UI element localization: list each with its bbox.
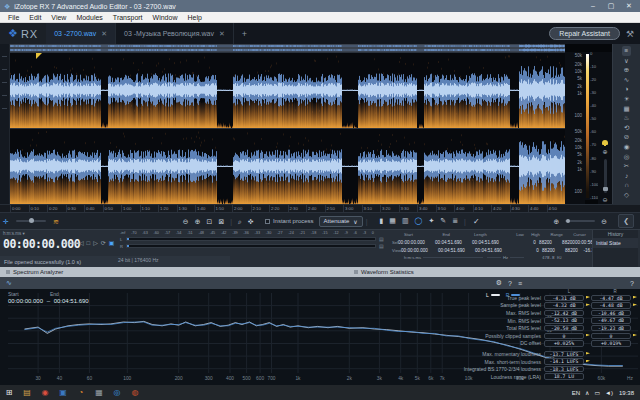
hzoom-slider[interactable]: [565, 220, 595, 222]
rx-module-icon[interactable]: ✂: [624, 161, 629, 171]
warning-flag-icon: [585, 352, 591, 356]
tab-close-icon[interactable]: ✕: [101, 30, 107, 38]
meter-options-icon[interactable]: ▤: [379, 243, 384, 249]
taskbar-app-icon[interactable]: ▤: [18, 385, 36, 400]
rx-module-icon[interactable]: ◑: [625, 84, 629, 94]
menu-item[interactable]: Window: [148, 14, 183, 21]
zoom-icon[interactable]: ⊡: [204, 218, 216, 225]
alert-bell-icon[interactable]: [602, 140, 608, 145]
zoom-icon[interactable]: ⊕: [192, 218, 204, 225]
rx-module-icon[interactable]: ♪: [625, 171, 628, 181]
rx-module-icon[interactable]: ♨: [624, 113, 630, 123]
stats-value-r: 0: [591, 333, 631, 340]
transport-button[interactable]: ∩: [64, 239, 70, 247]
maximize-button[interactable]: ▢: [604, 0, 618, 12]
time-format-select[interactable]: h:m:s.ms ▾: [3, 231, 25, 236]
magnifier-icon[interactable]: ⌕: [235, 218, 245, 225]
menu-item[interactable]: Transport: [108, 14, 148, 21]
time-ruler-label: 4:10: [473, 205, 492, 212]
time-ruler[interactable]: 0:000:100:200:300:400:501:001:101:201:30…: [0, 204, 640, 212]
help-icon[interactable]: ?: [508, 280, 512, 287]
vertical-zoom-in-icon[interactable]: ⊕: [602, 149, 607, 155]
selection-tool-icon[interactable]: ✎: [437, 217, 449, 225]
new-tab-button[interactable]: +: [234, 23, 255, 44]
selection-tool-icon[interactable]: ✦: [425, 217, 437, 225]
waveform-spectrogram-canvas[interactable]: [10, 44, 565, 204]
zoom-icon[interactable]: ⊖: [180, 218, 192, 225]
panel-help-icon[interactable]: ?: [630, 280, 634, 287]
rx-module-icon[interactable]: ∩: [624, 180, 629, 190]
vertical-zoom-slider[interactable]: [604, 159, 607, 193]
navigate-icon[interactable]: ✛: [0, 218, 12, 225]
taskbar-app-icon[interactable]: ▣: [54, 385, 72, 400]
file-tab[interactable]: 03 -Музыка Революция.wav ✕: [116, 23, 234, 44]
rx-module-icon[interactable]: ◇: [624, 190, 629, 200]
spectrogram-waveform-balance-slider[interactable]: [16, 220, 46, 222]
panel-menu-icon[interactable]: ≡: [518, 280, 522, 287]
transport-button[interactable]: ●: [71, 239, 77, 247]
editor-toolbar: ✛ ≋ ⊖⊕⊡⊠ | ⌕ ✜ Instant process Attenuate…: [0, 212, 640, 229]
tab-spectrum-analyzer[interactable]: Spectrum Analyzer: [0, 269, 348, 275]
menu-item[interactable]: Edit: [24, 14, 46, 21]
tab-waveform-statistics[interactable]: Waveform Statistics: [348, 269, 414, 275]
file-tab[interactable]: 03 -2700.wav ✕: [46, 23, 116, 44]
layers-icon[interactable]: ≋: [50, 218, 62, 225]
tray-icon[interactable]: ∧: [585, 389, 589, 396]
apply-check-icon[interactable]: ✓: [469, 217, 484, 226]
menu-item[interactable]: File: [3, 14, 24, 21]
selection-tool-icon[interactable]: ▥: [399, 217, 412, 225]
transport-button[interactable]: ⟳: [100, 239, 107, 247]
menu-item[interactable]: Help: [182, 14, 206, 21]
taskbar-app-icon[interactable]: ▦: [90, 385, 108, 400]
rx-module-icon[interactable]: ◉: [624, 142, 630, 152]
transport-button[interactable]: ▣: [108, 239, 116, 247]
rx-module-icon[interactable]: ≡: [622, 46, 632, 56]
taskbar-app-icon[interactable]: ⊞: [0, 385, 18, 400]
attenuate-select[interactable]: Attenuate ∨: [319, 216, 363, 227]
selection-tool-icon[interactable]: ◯: [412, 217, 426, 225]
transport-button[interactable]: □: [86, 239, 92, 247]
selection-tool-icon[interactable]: ≣: [449, 217, 461, 225]
hzoom-out-icon[interactable]: ⊖: [598, 218, 610, 225]
time-ruler-label: 3:20: [380, 205, 399, 212]
rx-module-icon[interactable]: ⊘: [624, 132, 629, 142]
rx-module-icon[interactable]: ∨: [624, 56, 629, 66]
zoom-icon[interactable]: ⊠: [215, 218, 227, 225]
history-item[interactable]: Initial State: [593, 238, 638, 248]
vertical-zoom-out-icon[interactable]: ⊖: [602, 197, 607, 203]
time-ruler-label: 1:10: [140, 205, 159, 212]
transport-button[interactable]: ◁: [78, 239, 85, 247]
rx-module-icon[interactable]: ◎: [624, 152, 630, 162]
taskbar-app-icon[interactable]: ◉: [36, 385, 54, 400]
selection-tool-icon[interactable]: ▦: [386, 217, 399, 225]
tray-icon[interactable]: EN: [572, 390, 580, 396]
transport-button[interactable]: ▷: [92, 239, 99, 247]
taskbar-app-icon[interactable]: ◍: [126, 385, 144, 400]
instant-process-checkbox[interactable]: [265, 219, 270, 224]
close-button[interactable]: ✕: [622, 0, 636, 12]
vertical-scrollbar[interactable]: [0, 44, 10, 204]
taskbar-app-icon[interactable]: ◎: [108, 385, 126, 400]
rx-module-icon[interactable]: ⊕: [624, 65, 629, 75]
tray-icon[interactable]: ◄): [605, 390, 613, 396]
tray-icon[interactable]: ▭: [594, 389, 600, 396]
tools-icon[interactable]: ⚒: [626, 29, 634, 39]
rx-module-icon[interactable]: ⟲: [624, 123, 629, 133]
taskbar-app-icon[interactable]: ◔: [72, 385, 90, 400]
meter-options-icon[interactable]: ▤: [379, 236, 384, 242]
collapse-panel-button[interactable]: ❮: [618, 214, 634, 228]
rx-module-icon[interactable]: ☀: [624, 94, 630, 104]
pan-tool-icon[interactable]: ✜: [245, 218, 257, 225]
rx-module-icon[interactable]: ∿: [624, 75, 629, 85]
stats-row: Min. RMS level -52.13 dB -49.67 dB: [452, 317, 638, 325]
selection-tool-icon[interactable]: ▮: [376, 217, 386, 225]
svg-text:5k: 5k: [415, 376, 421, 381]
minimize-button[interactable]: –: [586, 0, 600, 12]
tab-close-icon[interactable]: ✕: [219, 30, 225, 38]
menu-item[interactable]: View: [46, 14, 71, 21]
hzoom-in-icon[interactable]: ⊕: [550, 218, 562, 225]
settings-icon[interactable]: ⚙: [496, 279, 502, 287]
menu-item[interactable]: Modules: [71, 14, 107, 21]
repair-assistant-button[interactable]: Repair Assistant: [549, 27, 620, 40]
rx-module-icon[interactable]: ▦: [623, 104, 629, 114]
